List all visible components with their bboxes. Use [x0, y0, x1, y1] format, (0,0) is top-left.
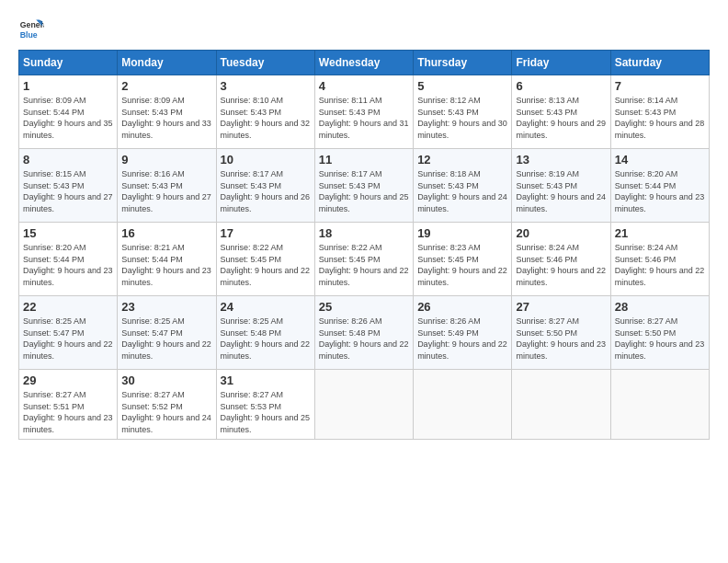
- day-info: Sunrise: 8:27 AMSunset: 5:53 PMDaylight:…: [221, 390, 311, 434]
- table-row: 15Sunrise: 8:20 AMSunset: 5:44 PMDayligh…: [19, 223, 118, 296]
- table-row: 10Sunrise: 8:17 AMSunset: 5:43 PMDayligh…: [216, 149, 314, 223]
- day-info: Sunrise: 8:24 AMSunset: 5:46 PMDaylight:…: [516, 243, 606, 287]
- day-info: Sunrise: 8:12 AMSunset: 5:43 PMDaylight:…: [417, 96, 507, 140]
- day-number: 31: [221, 373, 311, 387]
- day-info: Sunrise: 8:25 AMSunset: 5:47 PMDaylight:…: [23, 316, 113, 361]
- table-row: 18Sunrise: 8:22 AMSunset: 5:45 PMDayligh…: [314, 223, 413, 296]
- table-row: 27Sunrise: 8:27 AMSunset: 5:50 PMDayligh…: [512, 296, 610, 370]
- day-info: Sunrise: 8:25 AMSunset: 5:48 PMDaylight:…: [221, 316, 311, 361]
- table-row: [414, 370, 512, 440]
- day-number: 29: [23, 373, 113, 387]
- day-number: 27: [516, 300, 606, 314]
- table-row: 3Sunrise: 8:10 AMSunset: 5:43 PMDaylight…: [216, 75, 314, 149]
- day-number: 16: [121, 226, 211, 240]
- table-row: 22Sunrise: 8:25 AMSunset: 5:47 PMDayligh…: [19, 296, 118, 370]
- col-saturday: Saturday: [610, 51, 709, 75]
- day-number: 15: [23, 226, 113, 240]
- table-row: 19Sunrise: 8:23 AMSunset: 5:45 PMDayligh…: [414, 223, 512, 296]
- col-tuesday: Tuesday: [216, 51, 314, 75]
- day-info: Sunrise: 8:21 AMSunset: 5:44 PMDaylight:…: [121, 243, 211, 287]
- table-row: 14Sunrise: 8:20 AMSunset: 5:44 PMDayligh…: [610, 149, 709, 223]
- day-number: 11: [319, 153, 409, 167]
- col-thursday: Thursday: [414, 51, 512, 75]
- day-number: 24: [221, 300, 311, 314]
- day-info: Sunrise: 8:11 AMSunset: 5:43 PMDaylight:…: [319, 96, 409, 140]
- calendar-header: Sunday Monday Tuesday Wednesday Thursday…: [19, 51, 710, 75]
- day-number: 4: [319, 79, 409, 93]
- table-row: 13Sunrise: 8:19 AMSunset: 5:43 PMDayligh…: [512, 149, 610, 223]
- table-row: [512, 370, 610, 440]
- col-friday: Friday: [512, 51, 610, 75]
- day-number: 1: [23, 79, 113, 93]
- table-row: 2Sunrise: 8:09 AMSunset: 5:43 PMDaylight…: [118, 75, 216, 149]
- day-info: Sunrise: 8:15 AMSunset: 5:43 PMDaylight:…: [23, 169, 113, 213]
- day-number: 13: [516, 153, 606, 167]
- table-row: 25Sunrise: 8:26 AMSunset: 5:48 PMDayligh…: [314, 296, 413, 370]
- table-row: 5Sunrise: 8:12 AMSunset: 5:43 PMDaylight…: [414, 75, 512, 149]
- table-row: 30Sunrise: 8:27 AMSunset: 5:52 PMDayligh…: [118, 370, 216, 440]
- table-row: 11Sunrise: 8:17 AMSunset: 5:43 PMDayligh…: [314, 149, 413, 223]
- logo-icon: General Blue: [18, 17, 44, 42]
- table-row: 16Sunrise: 8:21 AMSunset: 5:44 PMDayligh…: [118, 223, 216, 296]
- day-info: Sunrise: 8:26 AMSunset: 5:48 PMDaylight:…: [319, 316, 409, 361]
- header: General Blue: [18, 17, 710, 42]
- page: General Blue Sunday Monday Tuesday Wedne…: [0, 0, 728, 449]
- table-row: 28Sunrise: 8:27 AMSunset: 5:50 PMDayligh…: [610, 296, 709, 370]
- table-row: 31Sunrise: 8:27 AMSunset: 5:53 PMDayligh…: [216, 370, 314, 440]
- day-info: Sunrise: 8:20 AMSunset: 5:44 PMDaylight:…: [23, 243, 113, 287]
- day-info: Sunrise: 8:20 AMSunset: 5:44 PMDaylight:…: [615, 169, 705, 213]
- table-row: 7Sunrise: 8:14 AMSunset: 5:43 PMDaylight…: [610, 75, 709, 149]
- table-row: 21Sunrise: 8:24 AMSunset: 5:46 PMDayligh…: [610, 223, 709, 296]
- table-row: 8Sunrise: 8:15 AMSunset: 5:43 PMDaylight…: [19, 149, 118, 223]
- table-row: 17Sunrise: 8:22 AMSunset: 5:45 PMDayligh…: [216, 223, 314, 296]
- header-row: Sunday Monday Tuesday Wednesday Thursday…: [19, 51, 710, 75]
- table-row: 23Sunrise: 8:25 AMSunset: 5:47 PMDayligh…: [118, 296, 216, 370]
- day-info: Sunrise: 8:22 AMSunset: 5:45 PMDaylight:…: [221, 243, 311, 287]
- logo: General Blue: [18, 17, 48, 42]
- table-row: 29Sunrise: 8:27 AMSunset: 5:51 PMDayligh…: [19, 370, 118, 440]
- day-info: Sunrise: 8:27 AMSunset: 5:50 PMDaylight:…: [615, 316, 705, 361]
- day-number: 23: [121, 300, 211, 314]
- table-row: 24Sunrise: 8:25 AMSunset: 5:48 PMDayligh…: [216, 296, 314, 370]
- table-row: 4Sunrise: 8:11 AMSunset: 5:43 PMDaylight…: [314, 75, 413, 149]
- table-row: 6Sunrise: 8:13 AMSunset: 5:43 PMDaylight…: [512, 75, 610, 149]
- day-info: Sunrise: 8:22 AMSunset: 5:45 PMDaylight:…: [319, 243, 409, 287]
- day-info: Sunrise: 8:23 AMSunset: 5:45 PMDaylight:…: [417, 243, 507, 287]
- day-number: 8: [23, 153, 113, 167]
- day-info: Sunrise: 8:14 AMSunset: 5:43 PMDaylight:…: [615, 96, 705, 140]
- svg-text:Blue: Blue: [20, 30, 38, 40]
- day-number: 14: [615, 153, 705, 167]
- day-number: 7: [615, 79, 705, 93]
- day-number: 12: [417, 153, 507, 167]
- day-info: Sunrise: 8:19 AMSunset: 5:43 PMDaylight:…: [516, 169, 606, 213]
- day-info: Sunrise: 8:27 AMSunset: 5:50 PMDaylight:…: [516, 316, 606, 361]
- day-number: 10: [221, 153, 311, 167]
- day-number: 30: [121, 373, 211, 387]
- table-row: [314, 370, 413, 440]
- day-info: Sunrise: 8:09 AMSunset: 5:44 PMDaylight:…: [23, 96, 113, 140]
- col-monday: Monday: [118, 51, 216, 75]
- table-row: 9Sunrise: 8:16 AMSunset: 5:43 PMDaylight…: [118, 149, 216, 223]
- day-number: 20: [516, 226, 606, 240]
- day-number: 21: [615, 226, 705, 240]
- day-number: 22: [23, 300, 113, 314]
- day-info: Sunrise: 8:25 AMSunset: 5:47 PMDaylight:…: [121, 316, 211, 361]
- day-number: 25: [319, 300, 409, 314]
- table-row: 20Sunrise: 8:24 AMSunset: 5:46 PMDayligh…: [512, 223, 610, 296]
- day-number: 26: [417, 300, 507, 314]
- day-number: 19: [417, 226, 507, 240]
- day-info: Sunrise: 8:27 AMSunset: 5:51 PMDaylight:…: [23, 390, 113, 434]
- calendar-table: Sunday Monday Tuesday Wednesday Thursday…: [18, 50, 710, 440]
- day-number: 5: [417, 79, 507, 93]
- table-row: 12Sunrise: 8:18 AMSunset: 5:43 PMDayligh…: [414, 149, 512, 223]
- table-row: 26Sunrise: 8:26 AMSunset: 5:49 PMDayligh…: [414, 296, 512, 370]
- day-number: 2: [121, 79, 211, 93]
- day-number: 17: [221, 226, 311, 240]
- day-info: Sunrise: 8:24 AMSunset: 5:46 PMDaylight:…: [615, 243, 705, 287]
- col-wednesday: Wednesday: [314, 51, 413, 75]
- day-info: Sunrise: 8:17 AMSunset: 5:43 PMDaylight:…: [221, 169, 311, 213]
- day-number: 6: [516, 79, 606, 93]
- day-info: Sunrise: 8:10 AMSunset: 5:43 PMDaylight:…: [221, 96, 311, 140]
- day-info: Sunrise: 8:17 AMSunset: 5:43 PMDaylight:…: [319, 169, 409, 213]
- table-row: 1Sunrise: 8:09 AMSunset: 5:44 PMDaylight…: [19, 75, 118, 149]
